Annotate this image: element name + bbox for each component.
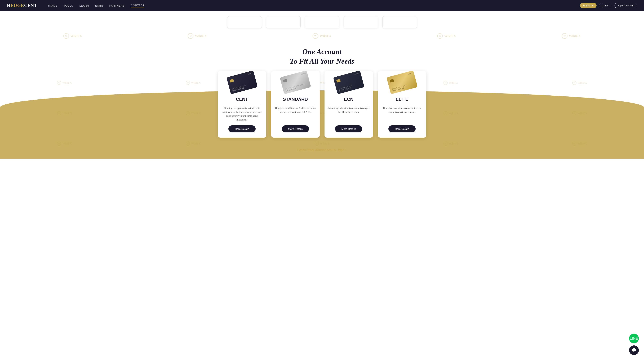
account-card-standard: 0.0PIPS STANDARD ACCOUNT HEDGECENT STAND… — [271, 71, 320, 138]
nav-earn[interactable]: EARN — [95, 4, 103, 7]
heading: One Account To Fit All Your Needs — [0, 47, 644, 66]
navbar: HEDGECENT TRADE TOOLS LEARN EARN PARTNER… — [0, 0, 644, 11]
details-button-elite[interactable]: More Details — [388, 125, 416, 132]
account-name-cent: CENT — [236, 97, 248, 102]
top-card-1 — [227, 16, 262, 28]
watermark-2: W WikiFX — [188, 33, 207, 39]
nav-links: TRADE TOOLS LEARN EARN PARTNERS CONTACT — [48, 4, 580, 7]
account-card-cent: 0.6PIPS CENT ACCOUNT HEDGECENT CENT Offe… — [218, 71, 266, 138]
watermark-1: W WikiFX — [64, 33, 82, 39]
learn-more-link[interactable]: Learn More About Account Type > — [297, 148, 347, 152]
watermark-4: W WikiFX — [437, 33, 456, 39]
card-divider-standard — [276, 104, 315, 104]
watermark-3: W WikiFX — [312, 33, 332, 39]
account-card-ecn: 0.4PIPS ECN ACCOUNT HEDGECENT ECN Lowest… — [324, 71, 373, 138]
account-name-ecn: ECN — [344, 97, 354, 102]
nav-learn[interactable]: LEARN — [80, 4, 89, 7]
card-divider-cent — [223, 104, 262, 104]
card-chip-elite — [390, 79, 394, 83]
language-button[interactable]: English ▾ — [580, 3, 596, 8]
main-section: WWikiFX WWikiFX WWikiFX WWikiFX WWikiFX … — [0, 68, 644, 159]
nav-right: English ▾ Login Open Account — [580, 3, 637, 8]
logo-text: HEDGECENT — [7, 3, 37, 8]
account-card-elite: 0.0PIPS ELITE ACCOUNT HEDGECENT ELITE Ul… — [378, 71, 426, 138]
wikifx-label-1: WikiFX — [70, 34, 82, 38]
details-button-ecn[interactable]: More Details — [335, 125, 362, 132]
card-desc-cent: Offering an opportunity to trade with mi… — [218, 106, 266, 122]
card-visual-standard: 0.0PIPS STANDARD ACCOUNT HEDGECENT — [280, 71, 311, 94]
wikifx-icon-2: W — [188, 33, 194, 39]
nav-tools[interactable]: TOOLS — [64, 4, 73, 7]
top-card-2 — [266, 16, 300, 28]
login-button[interactable]: Login — [599, 3, 612, 8]
wikifx-icon-5: W — [562, 33, 568, 39]
card-pips-ecn: 0.4PIPS — [354, 72, 359, 75]
nav-partners[interactable]: PARTNERS — [109, 4, 124, 7]
heading-line2: To Fit All Your Needs — [290, 57, 354, 65]
section-heading: One Account To Fit All Your Needs — [0, 42, 644, 68]
watermark-row-1: W WikiFX W WikiFX W WikiFX W WikiFX W Wi… — [0, 30, 644, 42]
wikifx-label-2: WikiFX — [195, 34, 207, 38]
details-button-standard[interactable]: More Details — [282, 125, 309, 132]
top-cards-row — [0, 11, 644, 30]
card-pips-elite: 0.0PIPS — [408, 72, 412, 75]
top-card-3 — [305, 16, 340, 28]
logo[interactable]: HEDGECENT — [7, 3, 37, 8]
wikifx-icon-4: W — [437, 33, 443, 39]
card-desc-elite: Ultra-fast execution account, with zero … — [378, 106, 426, 122]
details-button-cent[interactable]: More Details — [228, 125, 256, 132]
card-chip-cent — [230, 79, 234, 83]
nav-contact[interactable]: CONTACT — [131, 4, 144, 7]
open-account-button[interactable]: Open Account — [614, 3, 637, 8]
card-divider-elite — [383, 104, 422, 104]
card-visual-ecn: 0.4PIPS ECN ACCOUNT HEDGECENT — [333, 71, 364, 94]
heading-line1: One Account — [302, 48, 342, 56]
card-divider-ecn — [329, 104, 368, 104]
nav-trade[interactable]: TRADE — [48, 4, 57, 7]
wikifx-label-3: WikiFX — [320, 34, 332, 38]
top-card-4 — [344, 16, 378, 28]
card-desc-standard: Designed for all traders. Stable Executi… — [271, 106, 320, 122]
card-image-elite: 0.0PIPS ELITE ACCOUNT HEDGECENT — [378, 71, 426, 94]
learn-more-section: Learn More About Account Type > — [0, 145, 644, 159]
account-name-standard: STANDARD — [283, 97, 308, 102]
top-card-5 — [382, 16, 417, 28]
card-image-ecn: 0.4PIPS ECN ACCOUNT HEDGECENT — [324, 71, 373, 94]
card-pips-standard: 0.0PIPS — [301, 72, 306, 75]
language-label: English — [583, 4, 591, 7]
card-desc-ecn: Lowest spreads with fixed commission per… — [324, 106, 373, 122]
card-image-cent: 0.6PIPS CENT ACCOUNT HEDGECENT — [218, 71, 266, 94]
account-name-elite: ELITE — [396, 97, 408, 102]
card-pips-cent: 0.6PIPS — [248, 72, 252, 75]
card-visual-cent: 0.6PIPS CENT ACCOUNT HEDGECENT — [226, 71, 258, 94]
page-wrapper: W WikiFX W WikiFX W WikiFX W WikiFX W Wi… — [0, 0, 644, 159]
wikifx-icon-1: W — [64, 33, 69, 39]
wikifx-label-5: WikiFX — [569, 34, 581, 38]
card-chip-standard — [283, 79, 287, 83]
account-cards: 0.6PIPS CENT ACCOUNT HEDGECENT CENT Offe… — [0, 68, 644, 145]
wikifx-icon-3: W — [312, 33, 318, 39]
watermark-5: W WikiFX — [562, 33, 581, 39]
card-chip-ecn — [336, 79, 340, 83]
card-image-standard: 0.0PIPS STANDARD ACCOUNT HEDGECENT — [271, 71, 320, 94]
chevron-down-icon: ▾ — [592, 4, 594, 7]
card-visual-elite: 0.0PIPS ELITE ACCOUNT HEDGECENT — [386, 71, 418, 94]
wikifx-label-4: WikiFX — [444, 34, 456, 38]
